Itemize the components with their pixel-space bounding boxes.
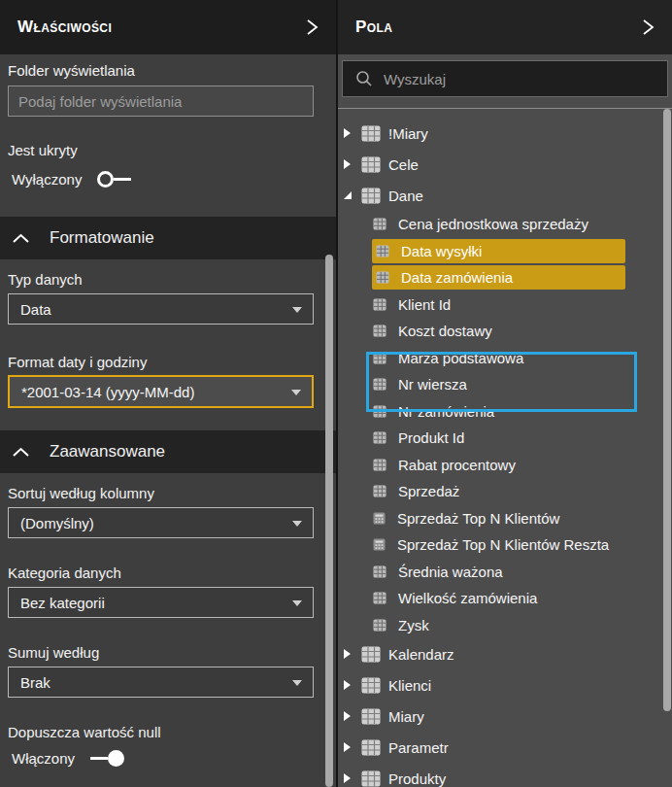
section-advanced-header[interactable]: Zaawansowane xyxy=(0,430,336,473)
table-icon xyxy=(361,677,381,694)
table-icon xyxy=(361,156,381,173)
field-name: Nr wiersza xyxy=(398,376,467,393)
field-item[interactable]: Cena jednostkowa sprzedaży xyxy=(338,211,672,238)
field-item[interactable]: Zysk xyxy=(338,612,672,639)
field-name: Sprzedaż xyxy=(398,483,459,499)
chevron-up-icon xyxy=(12,447,30,458)
sort-by-column-dropdown[interactable]: (Domyślny) xyxy=(8,507,314,538)
field-name: Data zamówienia xyxy=(401,269,513,286)
column-icon xyxy=(376,271,389,284)
summarize-by-label: Sumuj według xyxy=(8,644,324,662)
column-icon xyxy=(373,459,386,471)
is-hidden-toggle[interactable] xyxy=(97,171,131,188)
expand-triangle-icon[interactable] xyxy=(344,128,351,138)
collapse-properties-panel-chevron-icon[interactable] xyxy=(303,17,320,37)
date-format-value: *2001-03-14 (yyyy-MM-dd) xyxy=(21,384,194,400)
field-name: Produkt Id xyxy=(398,429,464,446)
column-icon xyxy=(373,325,386,337)
expand-triangle-icon[interactable] xyxy=(344,680,351,690)
field-item[interactable]: Sprzedaż Top N Klientów Reszta xyxy=(338,531,672,559)
field-item-selected[interactable]: Data wysyłki xyxy=(338,238,672,265)
toggle-knob-icon xyxy=(108,750,124,767)
expand-triangle-icon[interactable] xyxy=(344,773,351,783)
table-name: !Miary xyxy=(388,125,428,142)
expand-triangle-icon[interactable] xyxy=(344,649,351,659)
table-name: Miary xyxy=(388,708,424,725)
sort-by-column-label: Sortuj według kolumny xyxy=(8,485,324,502)
display-folder-label: Folder wyświetlania xyxy=(8,62,324,80)
display-folder-input[interactable] xyxy=(8,86,314,117)
properties-scrollbar-thumb[interactable] xyxy=(325,255,333,787)
date-format-dropdown[interactable]: *2001-03-14 (yyyy-MM-dd) xyxy=(8,375,314,408)
field-item[interactable]: Sprzedaż Top N Klientów xyxy=(338,505,672,532)
field-item[interactable]: Rabat procentowy xyxy=(338,452,672,479)
toggle-knob-icon xyxy=(97,171,114,188)
table-item[interactable]: Produkty xyxy=(338,763,672,787)
collapse-expanded-triangle-icon[interactable] xyxy=(344,191,352,199)
table-name: Klienci xyxy=(388,677,431,694)
summarize-by-dropdown[interactable]: Brak xyxy=(8,667,314,698)
search-divider xyxy=(338,108,672,109)
is-hidden-toggle-row: Wyłączony xyxy=(8,171,324,188)
field-item[interactable]: Wielkość zamówienia xyxy=(338,585,672,612)
field-name: Marża podstawowa xyxy=(398,350,523,366)
field-name: Rabat procentowy xyxy=(398,457,516,473)
fields-search-box xyxy=(342,60,668,97)
table-item[interactable]: Klienci xyxy=(338,669,672,701)
table-icon xyxy=(361,188,381,204)
fields-scrollbar-thumb[interactable] xyxy=(663,109,671,711)
fields-panel: Pola !MiaryCeleDaneCena jednostkowa sprz… xyxy=(338,0,672,787)
table-item[interactable]: !Miary xyxy=(338,118,672,149)
table-item[interactable]: Cele xyxy=(338,149,672,180)
section-formatting-title: Formatowanie xyxy=(50,228,154,248)
properties-panel-body: Folder wyświetlania Jest ukryty Wyłączon… xyxy=(0,62,336,767)
fields-search-input[interactable] xyxy=(384,61,667,96)
field-name: Sprzedaż Top N Klientów Reszta xyxy=(397,536,609,553)
fields-panel-title: Pola xyxy=(355,17,392,37)
collapse-fields-panel-chevron-icon[interactable] xyxy=(639,17,656,37)
data-category-dropdown[interactable]: Bez kategorii xyxy=(8,587,314,618)
summarize-by-value: Brak xyxy=(20,674,50,691)
is-hidden-state-label: Wyłączony xyxy=(12,171,82,188)
table-item[interactable]: Dane xyxy=(338,180,672,211)
expand-triangle-icon[interactable] xyxy=(344,742,351,752)
field-item[interactable]: Koszt dostawy xyxy=(338,318,672,345)
powerbi-panes: Właściwości Folder wyświetlania Jest ukr… xyxy=(0,0,672,787)
column-icon xyxy=(373,485,386,497)
selected-field-highlight: Data wysyłki xyxy=(372,239,625,263)
column-icon xyxy=(373,592,386,604)
expand-triangle-icon[interactable] xyxy=(344,159,351,169)
column-icon xyxy=(376,245,389,257)
expand-triangle-icon[interactable] xyxy=(344,711,351,721)
field-item[interactable]: Sprzedaż xyxy=(338,478,672,505)
field-item-selected[interactable]: Data zamówienia xyxy=(338,264,672,291)
table-icon xyxy=(361,646,381,663)
properties-panel-header: Właściwości xyxy=(0,0,336,54)
field-item[interactable]: Nr wiersza xyxy=(338,371,672,398)
table-item[interactable]: Kalendarz xyxy=(338,638,672,669)
chevron-up-icon xyxy=(12,233,30,244)
table-name: Dane xyxy=(388,188,423,204)
sort-by-column-value: (Domyślny) xyxy=(20,515,94,531)
field-item[interactable]: Produkt Id xyxy=(338,425,672,452)
nullable-toggle[interactable] xyxy=(90,750,124,767)
field-item[interactable]: Klient Id xyxy=(338,291,672,319)
field-item[interactable]: Średnia ważona xyxy=(338,559,672,586)
section-formatting-header[interactable]: Formatowanie xyxy=(0,217,336,259)
table-item[interactable]: Miary xyxy=(338,701,672,732)
field-name: Koszt dostawy xyxy=(398,323,492,339)
fields-list: !MiaryCeleDaneCena jednostkowa sprzedaży… xyxy=(338,118,672,787)
field-name: Sprzedaż Top N Klientów xyxy=(397,510,559,527)
data-type-dropdown[interactable]: Data xyxy=(8,293,314,325)
table-item[interactable]: Parametr xyxy=(338,732,672,763)
field-item[interactable]: Nr zamówienia xyxy=(338,398,672,426)
field-name: Zysk xyxy=(398,617,429,633)
column-icon xyxy=(373,619,386,632)
field-item[interactable]: Marża podstawowa xyxy=(338,345,672,372)
field-name: Klient Id xyxy=(398,296,451,313)
table-icon xyxy=(361,125,381,142)
toggle-track xyxy=(90,757,108,760)
table-icon xyxy=(361,739,381,756)
nullable-label: Dopuszcza wartość null xyxy=(8,724,324,741)
field-name: Cena jednostkowa sprzedaży xyxy=(398,216,588,232)
